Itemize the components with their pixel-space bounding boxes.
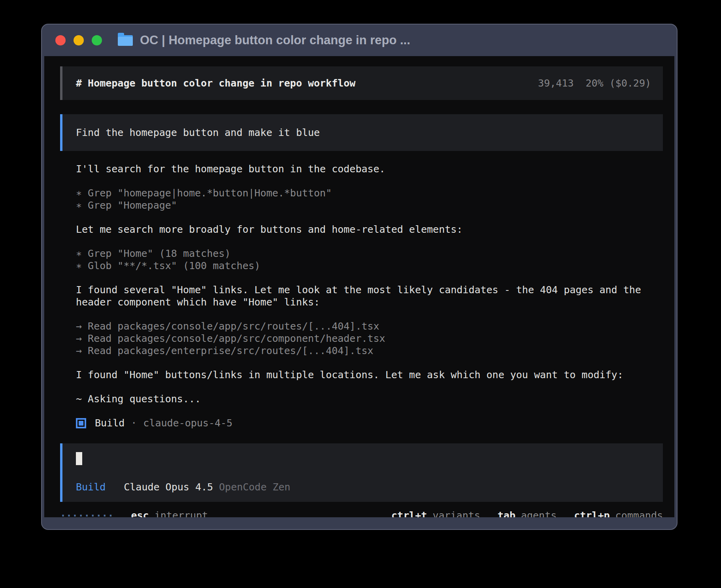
- hint-label-interrupt: interrupt: [155, 509, 208, 517]
- traffic-lights: [55, 35, 102, 45]
- hint-key-ctrl-p: ctrl+p: [574, 509, 610, 517]
- agent-badge: Build · claude-opus-4-5: [76, 417, 663, 429]
- hint-key-esc: esc: [131, 509, 149, 517]
- hint-agents: tab agents: [498, 509, 557, 517]
- title-bar[interactable]: OC | Homepage button color change in rep…: [42, 24, 677, 56]
- status-bar-left: ········· esc interrupt: [60, 509, 208, 517]
- hint-commands: ctrl+p commands: [574, 509, 663, 517]
- status-bar-right: ctrl+t variants tab agents ctrl+p comman…: [391, 509, 663, 517]
- user-message: Find the homepage button and make it blu…: [60, 114, 663, 151]
- agent-model: claude-opus-4-5: [143, 417, 232, 429]
- terminal-body: # Homepage button color change in repo w…: [44, 56, 674, 517]
- agent-square-icon: [76, 418, 86, 428]
- assistant-paragraph: I'll search for the homepage button in t…: [76, 163, 661, 175]
- session-stats: 39,413 20% ($0.29): [538, 77, 651, 89]
- model-label[interactable]: Claude Opus 4.5: [124, 481, 213, 493]
- hint-label-agents: agents: [521, 509, 557, 517]
- input-meta: Build Claude Opus 4.5 OpenCode Zen: [76, 481, 651, 493]
- working-status: ~ Asking questions...: [76, 393, 661, 405]
- tool-call-grep: ∗ Grep "homepage|home.*button|Home.*butt…: [76, 187, 663, 199]
- tool-call-group: ∗ Grep "homepage|home.*button|Home.*butt…: [76, 187, 663, 211]
- tool-call-group: → Read packages/console/app/src/routes/[…: [76, 320, 663, 357]
- hint-key-ctrl-t: ctrl+t: [391, 509, 427, 517]
- spinner-dots: ·········: [60, 509, 113, 517]
- mode-label[interactable]: Build: [76, 481, 106, 493]
- tool-call-read: → Read packages/console/app/src/routes/[…: [76, 320, 663, 332]
- token-count: 39,413: [538, 77, 574, 89]
- hint-label-commands: commands: [615, 509, 663, 517]
- hint-variants: ctrl+t variants: [391, 509, 480, 517]
- tool-call-read: → Read packages/enterprise/src/routes/[.…: [76, 345, 663, 357]
- context-cost: 20% ($0.29): [585, 77, 651, 89]
- agent-separator: ·: [131, 417, 137, 429]
- tool-call-grep: ∗ Grep "Homepage": [76, 199, 663, 211]
- tool-call-group: ∗ Grep "Home" (18 matches) ∗ Glob "**/*.…: [76, 247, 663, 272]
- tool-call-grep: ∗ Grep "Home" (18 matches): [76, 247, 663, 260]
- status-bar: ········· esc interrupt ctrl+t variants …: [60, 509, 663, 517]
- user-message-text: Find the homepage button and make it blu…: [76, 127, 320, 138]
- provider-label: OpenCode Zen: [219, 481, 291, 493]
- terminal-window: OC | Homepage button color change in rep…: [41, 24, 678, 530]
- hint-key-tab: tab: [498, 509, 515, 517]
- session-title: # Homepage button color change in repo w…: [76, 77, 355, 89]
- assistant-transcript: I'll search for the homepage button in t…: [76, 163, 663, 429]
- agent-name: Build: [95, 417, 125, 429]
- prompt-input[interactable]: Build Claude Opus 4.5 OpenCode Zen: [60, 443, 663, 502]
- assistant-paragraph: Let me search more broadly for buttons a…: [76, 223, 661, 236]
- minimize-button[interactable]: [74, 35, 84, 45]
- close-button[interactable]: [55, 35, 66, 45]
- tool-call-read: → Read packages/console/app/src/componen…: [76, 332, 663, 345]
- hint-interrupt: esc interrupt: [131, 509, 208, 517]
- folder-icon: [118, 35, 133, 46]
- assistant-paragraph: I found several "Home" links. Let me loo…: [76, 284, 661, 308]
- hint-label-variants: variants: [432, 509, 480, 517]
- tool-call-glob: ∗ Glob "**/*.tsx" (100 matches): [76, 260, 663, 272]
- text-cursor: [76, 452, 82, 465]
- zoom-button[interactable]: [92, 35, 102, 45]
- assistant-paragraph: I found "Home" buttons/links in multiple…: [76, 369, 661, 381]
- window-title: OC | Homepage button color change in rep…: [140, 33, 410, 47]
- session-header: # Homepage button color change in repo w…: [60, 66, 663, 100]
